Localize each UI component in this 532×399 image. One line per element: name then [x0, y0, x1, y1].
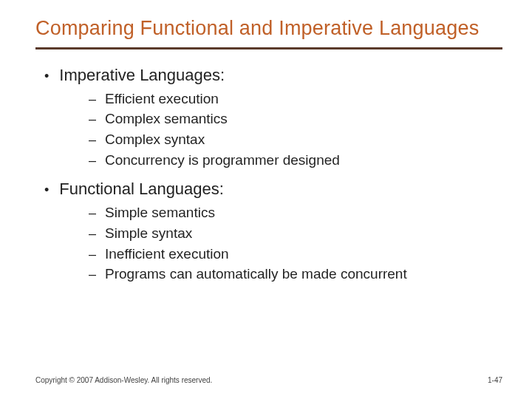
- copyright-text: Copyright © 2007 Addison-Wesley. All rig…: [35, 376, 212, 384]
- dash-icon: –: [89, 205, 98, 221]
- slide-footer: Copyright © 2007 Addison-Wesley. All rig…: [35, 376, 502, 384]
- dash-icon: –: [89, 132, 98, 148]
- list-item-text: Concurrency is programmer designed: [105, 151, 340, 170]
- section-functional: • Functional Languages: – Simple semanti…: [35, 180, 502, 284]
- page-number: 1-47: [488, 376, 502, 384]
- list-item-text: Complex syntax: [105, 130, 205, 149]
- list-item-text: Simple semantics: [105, 203, 215, 222]
- section-heading: Imperative Languages:: [59, 66, 225, 85]
- slide-title: Comparing Functional and Imperative Lang…: [35, 16, 502, 46]
- bullet-icon: •: [44, 183, 49, 197]
- list-item: – Programs can automatically be made con…: [89, 265, 502, 284]
- dash-icon: –: [89, 226, 98, 242]
- dash-icon: –: [89, 112, 98, 127]
- list-item: – Simple syntax: [89, 224, 502, 243]
- dash-icon: –: [89, 92, 98, 107]
- section-heading: Functional Languages:: [59, 180, 224, 199]
- dash-icon: –: [89, 247, 98, 262]
- list-item: – Inefficient execution: [89, 245, 502, 264]
- list-item-text: Complex semantics: [105, 109, 228, 129]
- title-underline: [35, 47, 502, 50]
- section-imperative: • Imperative Languages: – Efficient exec…: [35, 66, 502, 170]
- sub-list: – Simple semantics – Simple syntax – Ine…: [89, 203, 502, 284]
- dash-icon: –: [89, 267, 98, 282]
- heading-row: • Imperative Languages:: [44, 66, 502, 85]
- list-item-text: Simple syntax: [105, 224, 192, 243]
- list-item: – Simple semantics: [89, 203, 502, 222]
- bullet-icon: •: [44, 69, 49, 83]
- list-item-text: Inefficient execution: [105, 245, 229, 264]
- list-item: – Complex syntax: [89, 130, 502, 149]
- list-item-text: Programs can automatically be made concu…: [105, 265, 407, 284]
- list-item-text: Efficient execution: [105, 89, 219, 109]
- heading-row: • Functional Languages:: [44, 180, 502, 199]
- list-item: – Concurrency is programmer designed: [89, 151, 502, 170]
- dash-icon: –: [89, 153, 98, 168]
- list-item: – Efficient execution: [89, 89, 502, 109]
- sub-list: – Efficient execution – Complex semantic…: [89, 89, 502, 170]
- list-item: – Complex semantics: [89, 109, 502, 129]
